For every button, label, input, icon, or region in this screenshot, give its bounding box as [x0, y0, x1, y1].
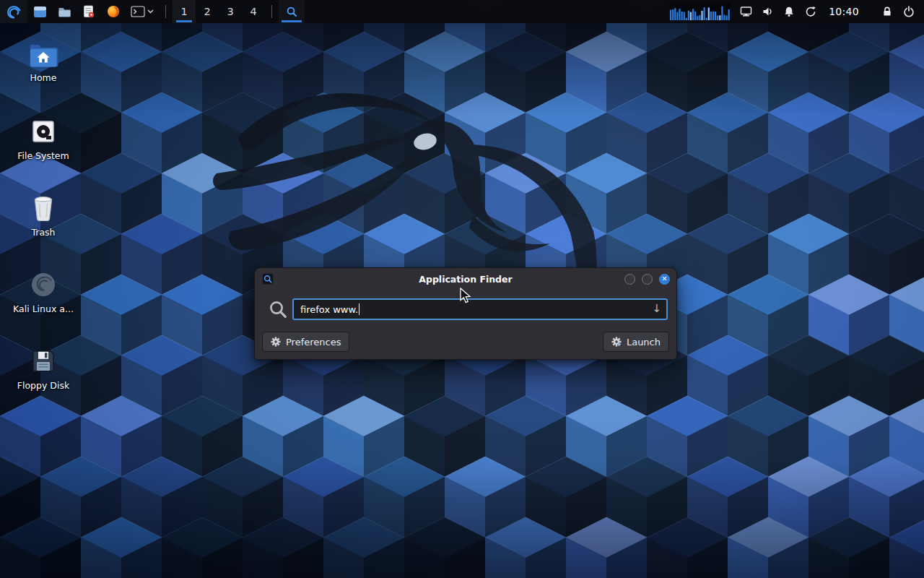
- launch-label: Launch: [627, 337, 661, 348]
- workspace-1[interactable]: 1: [173, 0, 196, 23]
- desktop-icon-label: Home: [0, 73, 87, 83]
- text-editor-icon: [83, 5, 95, 18]
- file-manager-icon: [33, 6, 47, 18]
- screen-lock-icon[interactable]: [876, 0, 898, 23]
- desktop-icon-trash[interactable]: Trash: [0, 194, 87, 238]
- desktop-icon-kali-docs[interactable]: Kali Linux a...: [0, 270, 87, 314]
- desktop-icon-floppy[interactable]: Floppy Disk: [0, 347, 87, 391]
- trash-icon: [30, 194, 57, 223]
- kali-logo-icon: [6, 4, 22, 20]
- firefox-icon: [107, 5, 120, 18]
- folder-launcher[interactable]: [52, 0, 77, 23]
- panel-separator: [165, 5, 166, 18]
- preferences-button[interactable]: Preferences: [262, 332, 349, 352]
- application-finder-icon: [284, 4, 299, 19]
- desktop-icon-label: Floppy Disk: [0, 381, 87, 391]
- maximize-button[interactable]: [642, 274, 653, 285]
- chevron-down-icon: [147, 9, 154, 14]
- clock[interactable]: 10:40: [829, 6, 859, 17]
- desktop-icon-file-system[interactable]: File System: [0, 117, 87, 161]
- floppy-disk-icon: [29, 347, 58, 376]
- desktop-icon-label: Trash: [0, 228, 87, 238]
- display-settings-icon[interactable]: [735, 0, 757, 23]
- kali-disc-icon: [29, 270, 58, 299]
- volume-icon[interactable]: [757, 0, 778, 23]
- updates-icon[interactable]: [800, 0, 821, 23]
- folder-icon: [58, 6, 71, 17]
- preferences-label: Preferences: [286, 337, 341, 348]
- application-finder-window: Application Finder ✕ firefox www. ↓: [254, 267, 677, 360]
- terminal-launcher[interactable]: [126, 0, 159, 23]
- cpu-graph[interactable]: [670, 3, 731, 20]
- power-icon[interactable]: [898, 0, 920, 23]
- desktop-icon-label: File System: [0, 151, 87, 161]
- workspace-2[interactable]: 2: [196, 0, 219, 23]
- application-finder-icon: [261, 272, 274, 285]
- search-icon: [263, 300, 292, 319]
- applications-menu-button[interactable]: [0, 0, 27, 23]
- text-caret: [359, 303, 359, 315]
- firefox-launcher[interactable]: [101, 0, 126, 23]
- notifications-bell-icon[interactable]: [778, 0, 800, 23]
- dropdown-arrow-icon[interactable]: ↓: [652, 303, 661, 314]
- home-folder-icon: [28, 42, 58, 68]
- launch-gear-icon: [611, 337, 622, 347]
- window-titlebar[interactable]: Application Finder ✕: [255, 268, 676, 290]
- search-input[interactable]: firefox www. ↓: [292, 298, 668, 320]
- panel-separator: [271, 5, 272, 18]
- workspace-3[interactable]: 3: [219, 0, 242, 23]
- top-panel: 1 2 3 4: [0, 0, 924, 23]
- search-input-value: firefox www.: [300, 304, 358, 315]
- file-system-drive-icon: [29, 117, 58, 146]
- minimize-button[interactable]: [624, 274, 635, 285]
- taskbar-application-finder-button[interactable]: [279, 0, 305, 23]
- desktop-icon-label: Kali Linux a...: [0, 304, 87, 314]
- file-manager-launcher[interactable]: [27, 0, 52, 23]
- launch-button[interactable]: Launch: [603, 332, 669, 352]
- workspace-4[interactable]: 4: [242, 0, 265, 23]
- terminal-icon: [131, 6, 145, 17]
- desktop: 1 2 3 4: [0, 0, 924, 578]
- gear-icon: [271, 337, 281, 347]
- close-button[interactable]: ✕: [659, 274, 670, 285]
- text-editor-launcher[interactable]: [77, 0, 101, 23]
- window-title: Application Finder: [255, 274, 676, 285]
- desktop-icon-home[interactable]: Home: [0, 42, 87, 83]
